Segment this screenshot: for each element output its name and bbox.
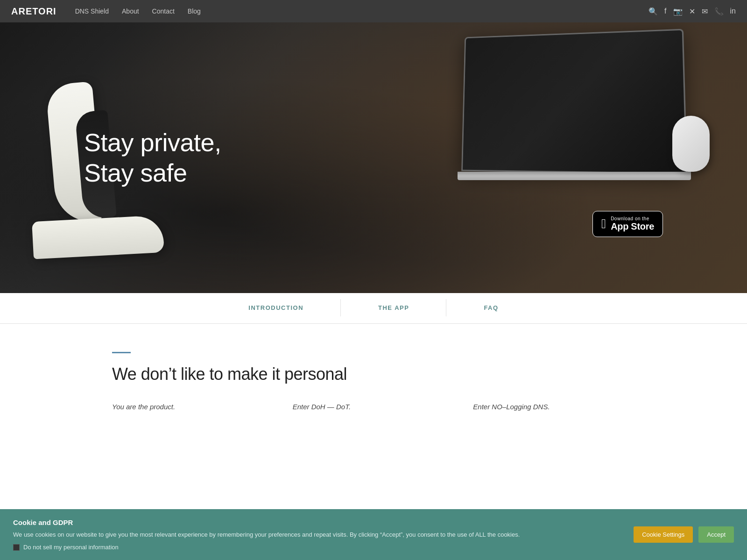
app-store-text: Download on the App Store [611,216,654,232]
hero-content: Stay private, Stay safe [0,127,221,188]
nav-links: DNS Shield About Contact Blog [75,7,648,15]
tab-the-app[interactable]: THE APP [341,293,446,323]
chair-decoration [23,83,210,293]
navbar: ARETORI DNS Shield About Contact Blog 🔍 … [0,0,747,22]
feature-col-2: Enter DoH — DoT. [293,403,455,411]
linkedin-icon[interactable]: in [730,7,736,15]
laptop-screen [461,29,687,175]
facebook-icon[interactable]: f [664,7,666,15]
main-content: We don’t like to make it personal You ar… [0,324,747,429]
laptop-display [463,30,686,173]
feature-columns: You are the product. Enter DoH — DoT. En… [112,403,635,411]
section-heading: We don’t like to make it personal [112,364,635,384]
nav-link-blog[interactable]: Blog [188,7,201,15]
app-store-name: App Store [611,221,654,232]
laptop-decoration [458,32,700,190]
laptop-keyboard [458,172,691,180]
tabs-section: INTRODUCTION THE APP FAQ [0,293,747,324]
app-store-button[interactable]:  Download on the App Store [592,211,663,237]
email-icon[interactable]: ✉ [702,7,708,16]
social-icons: 🔍 f 📷 ✕ ✉ 📞 in [648,7,736,16]
feature-col-1: You are the product. [112,403,274,411]
hero-title-line1: Stay private, [84,128,221,156]
tab-introduction[interactable]: INTRODUCTION [211,293,341,323]
nav-link-dns-shield[interactable]: DNS Shield [75,7,109,15]
mouse-decoration [672,116,710,172]
phone-icon[interactable]: 📞 [714,7,724,16]
instagram-icon[interactable]: 📷 [673,7,683,16]
twitter-x-icon[interactable]: ✕ [689,7,695,16]
chair-seat [32,215,164,259]
hero-title-line2: Stay safe [84,159,187,187]
apple-icon:  [601,217,606,231]
app-store-label: Download on the [611,216,654,221]
hero-section: Stay private, Stay safe  Download on th… [0,22,747,293]
tab-faq[interactable]: FAQ [446,293,536,323]
hero-title: Stay private, Stay safe [84,127,221,188]
feature-col-3: Enter NO–Logging DNS. [473,403,635,411]
nav-link-about[interactable]: About [122,7,139,15]
site-logo[interactable]: ARETORI [11,6,56,17]
search-icon[interactable]: 🔍 [648,7,658,16]
nav-link-contact[interactable]: Contact [152,7,175,15]
section-divider [112,352,131,353]
